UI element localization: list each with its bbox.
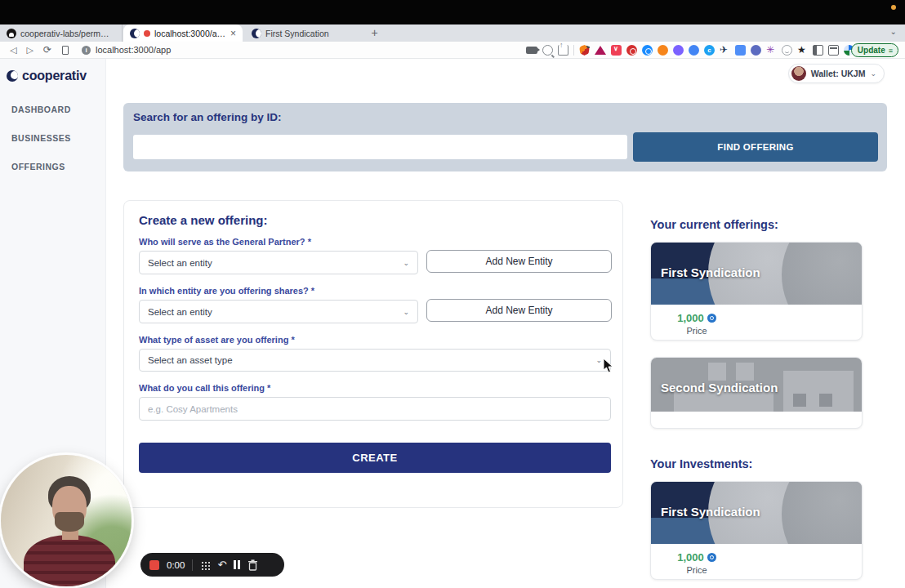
webcam-overlay[interactable]: [1, 455, 132, 586]
onepassword-icon[interactable]: [642, 45, 653, 56]
investment-name: First Syndication: [661, 505, 760, 519]
current-offerings-title: Your current offerings:: [650, 218, 778, 231]
face-ext-icon[interactable]: [782, 45, 792, 56]
forward-icon[interactable]: ▷: [26, 46, 33, 55]
pin-star-icon[interactable]: ★: [797, 45, 808, 56]
blue-ext-icon[interactable]: [689, 45, 699, 56]
site-info-icon[interactable]: i: [82, 46, 91, 55]
translate-ext-icon[interactable]: [735, 45, 746, 56]
general-partner-label: Who will serve as the General Partner? *: [139, 237, 311, 247]
drawing-tools-icon[interactable]: [200, 560, 210, 570]
banner-art: [793, 394, 806, 407]
wallet-chip[interactable]: Wallet: UKJM ⌄: [788, 64, 885, 83]
offering-name: First Syndication: [661, 265, 760, 279]
c-ext-icon[interactable]: c: [704, 45, 715, 56]
offering-banner-image: Second Syndication: [651, 358, 862, 412]
cooperativ-moon-icon: [252, 29, 261, 38]
cooperativ-moon-icon: [7, 70, 18, 82]
form-title: Create a new offering:: [139, 213, 268, 227]
chevron-down-icon: ⌄: [403, 259, 409, 267]
metamask-icon[interactable]: [658, 45, 668, 56]
offering-card-second-syndication[interactable]: Second Syndication: [650, 357, 863, 429]
pause-icon[interactable]: [234, 560, 240, 569]
purple-ext-icon[interactable]: [673, 45, 684, 56]
sidebar-toggle-icon[interactable]: [813, 45, 823, 56]
wallet-label: Wallet: UKJM: [811, 69, 866, 78]
flower-ext-icon[interactable]: ✳: [766, 45, 777, 56]
asset-type-label: What type of asset are you offering *: [139, 335, 295, 345]
url-text[interactable]: localhost:3000/app: [96, 45, 171, 55]
zoom-icon[interactable]: [542, 45, 553, 56]
undo-icon[interactable]: ↶: [217, 559, 226, 570]
share-icon[interactable]: [558, 45, 568, 56]
record-icon[interactable]: [626, 45, 637, 56]
offering-name-label: What do you call this offering *: [139, 383, 270, 393]
tab-github-repo[interactable]: cooperativ-labs/permissioned-exc: [0, 24, 123, 42]
find-offering-button[interactable]: FIND OFFERING: [633, 132, 878, 162]
recorder-divider: [192, 559, 193, 571]
offering-price: 1,000: [677, 312, 704, 324]
offering-id-input[interactable]: [133, 135, 627, 159]
asset-type-select[interactable]: Select an asset type ⌄: [139, 349, 611, 372]
cooperativ-moon-icon: [130, 29, 140, 38]
tab-title: cooperativ-labs/permissioned-exc: [20, 29, 110, 38]
select-value: Select an entity: [148, 307, 212, 317]
general-partner-select[interactable]: Select an entity ⌄: [139, 251, 418, 274]
chrome-update-button[interactable]: Update ≡: [851, 43, 898, 57]
back-icon[interactable]: ◁: [10, 46, 16, 55]
offering-entity-label: In which entity are you offering shares?…: [139, 286, 314, 296]
tab-recording-dot: [144, 30, 150, 37]
tab-first-syndication[interactable]: First Syndication: [245, 24, 359, 42]
archive-ext-icon[interactable]: [828, 45, 839, 56]
investment-price: 1,000: [677, 551, 704, 564]
investment-card-body: 1,000 Price: [651, 544, 862, 580]
stop-recording-button[interactable]: [149, 560, 159, 570]
address-bar[interactable]: i localhost:3000/app: [82, 45, 171, 55]
offering-card-first-syndication[interactable]: First Syndication 1,000 Price: [650, 242, 863, 341]
banner-art: [736, 363, 754, 381]
macos-menubar: [0, 0, 905, 24]
price-label: Price: [671, 565, 723, 575]
new-tab-button[interactable]: +: [368, 26, 381, 40]
browser-tabstrip: cooperativ-labs/permissioned-exc localho…: [0, 24, 905, 42]
pocket-icon[interactable]: [611, 45, 622, 56]
toolbar-divider: [573, 45, 574, 56]
bookmark-icon[interactable]: [62, 46, 69, 55]
extension-icons-row: c ✈ ✳ ★: [526, 42, 854, 59]
banner-art: [782, 482, 862, 544]
banner-art: [782, 243, 862, 305]
token-icon: [707, 314, 716, 323]
recording-timer: 0:00: [167, 560, 185, 570]
chevron-down-icon: ⌄: [403, 308, 409, 316]
chevron-down-icon: ⌄: [870, 69, 876, 78]
add-entity-button-1[interactable]: Add New Entity: [426, 250, 612, 273]
shield-icon[interactable]: [579, 45, 590, 56]
offering-entity-select[interactable]: Select an entity ⌄: [139, 300, 418, 323]
tag-ext-icon[interactable]: [751, 45, 761, 56]
camera-icon[interactable]: [526, 47, 537, 54]
trash-icon[interactable]: [247, 559, 258, 571]
sidebar-item-businesses[interactable]: BUSINESSES: [11, 133, 71, 143]
offering-name: Second Syndication: [661, 381, 778, 394]
create-button[interactable]: CREATE: [139, 443, 611, 473]
add-entity-button-2[interactable]: Add New Entity: [426, 299, 612, 322]
tab-title: First Syndication: [265, 29, 329, 38]
cooperativ-logo[interactable]: cooperativ: [7, 69, 87, 83]
reload-icon[interactable]: ⟳: [43, 45, 51, 55]
create-offering-card: Create a new offering: Who will serve as…: [123, 200, 623, 508]
avatar: [791, 66, 806, 81]
offering-name-input[interactable]: [139, 397, 611, 421]
logo-text: cooperativ: [22, 69, 87, 83]
investment-card-first-syndication[interactable]: First Syndication 1,000 Price: [650, 481, 863, 580]
tab-search-chevron-icon[interactable]: ⌄: [890, 27, 897, 36]
close-tab-icon[interactable]: ×: [230, 29, 236, 38]
screen-recorder-toolbar: 0:00 ↶: [140, 553, 284, 577]
sidebar-item-dashboard[interactable]: DASHBOARD: [11, 105, 71, 114]
select-value: Select an asset type: [148, 355, 233, 365]
browser-menu-icon: ≡: [889, 47, 892, 55]
mouse-cursor: [603, 358, 613, 373]
plane-ext-icon[interactable]: ✈: [720, 45, 730, 56]
sidebar-item-offerings[interactable]: OFFERINGS: [11, 162, 65, 172]
tab-localhost-app[interactable]: localhost:3000/app ×: [123, 24, 243, 42]
warning-triangle-icon[interactable]: [595, 46, 606, 55]
